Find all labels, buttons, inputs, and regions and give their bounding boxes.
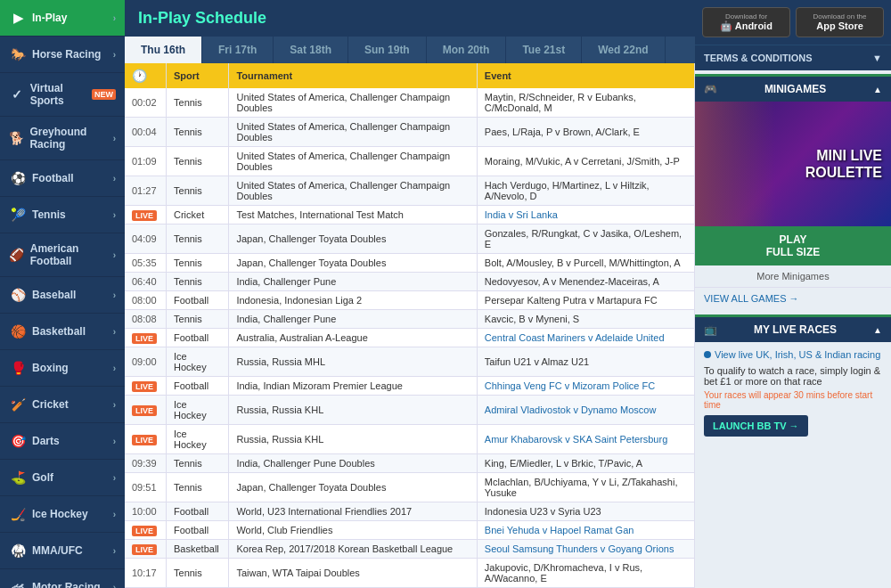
main-content: In-Play Schedule Thu 16thFri 17thSat 18t… <box>125 0 695 588</box>
view-all-games-link[interactable]: VIEW ALL GAMES → <box>695 287 891 311</box>
sidebar-item-label: Basketball <box>32 325 86 338</box>
event-link[interactable]: Bnei Yehuda v Hapoel Ramat Gan <box>485 525 634 535</box>
play-full-size-button[interactable]: PLAYFULL SIZE <box>695 226 891 265</box>
minigames-title: MINIGAMES <box>764 83 826 95</box>
sidebar-item-motor-racing[interactable]: 🏎Motor Racing› <box>0 569 125 588</box>
sidebar-item-label: Virtual Sports <box>30 82 92 107</box>
sidebar-item-virtual-sports[interactable]: ✓Virtual SportsNEW <box>0 73 125 117</box>
col-event: Event <box>477 63 694 88</box>
sport-cell: Football <box>167 291 229 310</box>
day-tab-wed-22nd[interactable]: Wed 22nd <box>582 37 665 63</box>
right-panel: Download for 🤖 Android Download on the A… <box>695 0 891 588</box>
table-row: 05:35TennisJapan, Challenger Toyata Doub… <box>125 254 695 273</box>
table-row: 09:00Ice HockeyRussia, Russia MHLTaifun … <box>125 347 695 377</box>
time-cell: 06:40 <box>125 273 167 291</box>
minigames-header[interactable]: 🎮 MINIGAMES ▲ <box>695 77 891 102</box>
chevron-right-icon: › <box>113 363 116 373</box>
terms-conditions-bar[interactable]: TERMS & CONDITIONS ▼ <box>695 45 891 70</box>
sidebar-item-basketball[interactable]: 🏀Basketball› <box>0 314 125 350</box>
schedule-area[interactable]: 🕐 Sport Tournament Event 00:02TennisUnit… <box>125 63 695 588</box>
ios-download-button[interactable]: Download on the App Store <box>796 7 884 37</box>
event-link[interactable]: India v Sri Lanka <box>485 209 558 220</box>
races-timing-warning: Your races will appear 30 mins before st… <box>704 390 882 410</box>
sidebar-item-baseball[interactable]: ⚾Baseball› <box>0 277 125 314</box>
sidebar-item-label: Baseball <box>32 289 76 301</box>
table-row: LIVEFootballAustralia, Australian A-Leag… <box>125 329 695 347</box>
event-cell: Persepar Kalteng Putra v Martapura FC <box>477 291 694 310</box>
event-link[interactable]: Chhinga Veng FC v Mizoram Police FC <box>485 380 655 391</box>
sidebar-item-cricket[interactable]: 🏏Cricket› <box>0 387 125 423</box>
tournament-cell: United States of America, Challenger Cha… <box>229 176 477 206</box>
sidebar-item-boxing[interactable]: 🥊Boxing› <box>0 350 125 387</box>
page-title: In-Play Schedule <box>138 9 266 28</box>
sidebar-item-mma-ufc[interactable]: 🥋MMA/UFC› <box>0 533 125 569</box>
event-cell[interactable]: Central Coast Mariners v Adelaide United <box>477 329 694 347</box>
chevron-right-icon: › <box>113 583 116 589</box>
american-football-icon: 🏈 <box>9 246 25 264</box>
chevron-right-icon: › <box>113 327 116 337</box>
live-races-header[interactable]: 📺 MY LIVE RACES ▲ <box>695 317 891 342</box>
time-cell: LIVE <box>125 206 167 225</box>
event-cell[interactable]: Seoul Samsung Thunders v Goyang Orions <box>477 540 694 559</box>
sidebar-item-ice-hockey[interactable]: 🏒Ice Hockey› <box>0 496 125 533</box>
col-tournament: Tournament <box>229 63 477 88</box>
sidebar-item-darts[interactable]: 🎯Darts› <box>0 423 125 460</box>
sidebar-item-golf[interactable]: ⛳Golf› <box>0 460 125 496</box>
day-tab-sat-18th[interactable]: Sat 18th <box>274 37 348 63</box>
live-races-link[interactable]: View live UK, Irish, US & Indian racing <box>704 349 882 360</box>
tournament-cell: Indonesia, Indonesian Liga 2 <box>229 291 477 310</box>
sidebar-item-horse-racing[interactable]: 🐎Horse Racing› <box>0 37 125 73</box>
tournament-cell: World, Club Friendlies <box>229 521 477 540</box>
event-link[interactable]: Central Coast Mariners v Adelaide United <box>485 332 665 343</box>
day-tab-sun-19th[interactable]: Sun 19th <box>348 37 427 63</box>
event-cell[interactable]: Admiral Vladivostok v Dynamo Moscow <box>477 396 694 425</box>
android-download-button[interactable]: Download for 🤖 Android <box>702 7 790 37</box>
day-tab-fri-17th[interactable]: Fri 17th <box>202 37 274 63</box>
time-cell: 09:39 <box>125 454 167 473</box>
sport-cell: Tennis <box>167 118 229 147</box>
event-cell: Gonzales, R/Rungkat, C v Jasika, O/Leshe… <box>477 225 694 254</box>
live-badge: LIVE <box>132 435 157 445</box>
sidebar-item-in-play[interactable]: ▶In-Play› <box>0 0 125 37</box>
launch-bbtv-button[interactable]: LAUNCH BB TV → <box>704 415 808 437</box>
sidebar-item-football[interactable]: ⚽Football› <box>0 160 125 197</box>
event-cell[interactable]: India v Sri Lanka <box>477 206 694 225</box>
sport-cell: Ice Hockey <box>167 396 229 425</box>
sidebar-item-label: American Football <box>30 242 113 267</box>
day-tab-tue-21st[interactable]: Tue 21st <box>506 37 582 63</box>
live-races-chevron-icon: ▲ <box>873 325 882 335</box>
col-sport: Sport <box>167 63 229 88</box>
chevron-right-icon: › <box>113 50 116 60</box>
time-cell: 09:00 <box>125 347 167 377</box>
event-link[interactable]: Amur Khabarovsk v SKA Saint Petersburg <box>485 434 667 445</box>
minigames-icon: 🎮 <box>704 83 717 95</box>
day-tab-thu-16th[interactable]: Thu 16th <box>125 37 202 63</box>
live-badge: LIVE <box>132 526 157 536</box>
event-link[interactable]: Admiral Vladivostok v Dynamo Moscow <box>485 404 657 415</box>
minigame-name: MINI LIVEROULETTE <box>805 147 882 181</box>
time-cell: 04:09 <box>125 225 167 254</box>
tournament-cell: Russia, Russia KHL <box>229 425 477 454</box>
live-races-content: View live UK, Irish, US & Indian racing … <box>695 342 891 444</box>
event-cell[interactable]: Chhinga Veng FC v Mizoram Police FC <box>477 377 694 396</box>
tournament-cell: Japan, Challenger Toyata Doubles <box>229 473 477 502</box>
table-row: 00:02TennisUnited States of America, Cha… <box>125 88 695 118</box>
time-cell: 10:17 <box>125 559 167 588</box>
sport-cell: Tennis <box>167 310 229 329</box>
event-cell: Hach Verdugo, H/Martinez, L v Hiltzik, A… <box>477 176 694 206</box>
sidebar-item-tennis[interactable]: 🎾Tennis› <box>0 197 125 233</box>
sidebar-item-american-football[interactable]: 🏈American Football› <box>0 233 125 277</box>
tournament-cell: India, Challenger Pune Doubles <box>229 454 477 473</box>
tournament-cell: United States of America, Challenger Cha… <box>229 118 477 147</box>
baseball-icon: ⚾ <box>9 286 27 304</box>
event-cell[interactable]: Bnei Yehuda v Hapoel Ramat Gan <box>477 521 694 540</box>
chevron-right-icon: › <box>113 290 116 300</box>
sidebar-item-greyhound-racing[interactable]: 🐕Greyhound Racing› <box>0 117 125 160</box>
basketball-icon: 🏀 <box>9 323 27 340</box>
event-cell[interactable]: Amur Khabarovsk v SKA Saint Petersburg <box>477 425 694 454</box>
sport-cell: Football <box>167 377 229 396</box>
sidebar-item-label: Motor Racing <box>32 581 101 588</box>
darts-icon: 🎯 <box>9 432 27 450</box>
event-link[interactable]: Seoul Samsung Thunders v Goyang Orions <box>485 543 674 554</box>
day-tab-mon-20th[interactable]: Mon 20th <box>427 37 507 63</box>
